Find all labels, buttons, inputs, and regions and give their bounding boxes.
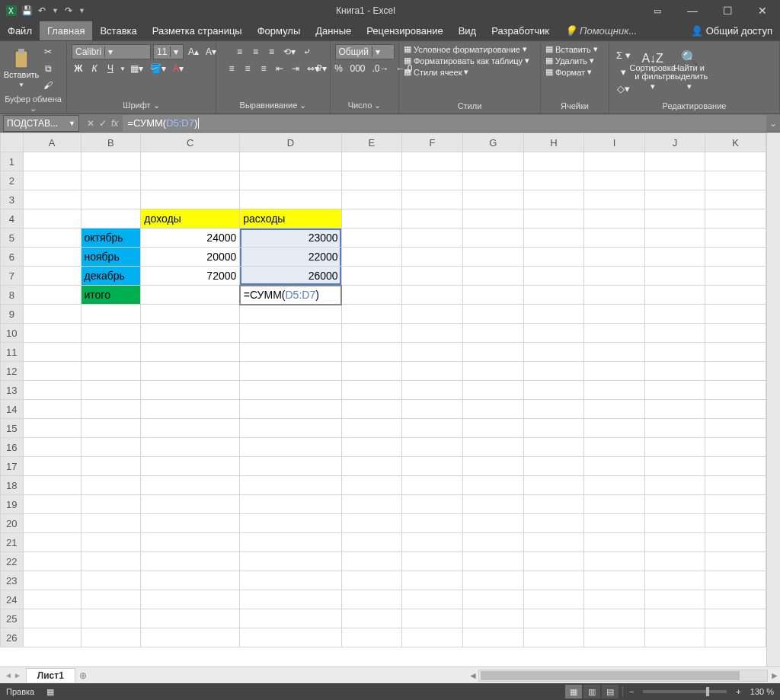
font-color-button[interactable]: A▾: [171, 61, 186, 76]
delete-cells-button[interactable]: ▦Удалить ▾: [545, 56, 594, 66]
cell-B25[interactable]: [81, 609, 141, 628]
cell-A18[interactable]: [23, 476, 81, 495]
font-name-combo[interactable]: Calibri▾: [72, 44, 151, 59]
cell-G3[interactable]: [462, 190, 523, 209]
cell-C15[interactable]: [141, 419, 240, 438]
cell-B8[interactable]: итого: [81, 286, 141, 305]
comma-button[interactable]: 000: [347, 61, 367, 76]
tab-data[interactable]: Данные: [308, 21, 359, 40]
align-top-button[interactable]: ≡: [233, 44, 247, 59]
cell-C13[interactable]: [141, 381, 240, 400]
cell-B14[interactable]: [81, 400, 141, 419]
expand-formula-bar-button[interactable]: ⌄: [766, 118, 780, 129]
cell-A9[interactable]: [23, 305, 81, 324]
cell-C18[interactable]: [141, 476, 240, 495]
format-cells-button[interactable]: ▦Формат ▾: [545, 67, 592, 77]
cell-B1[interactable]: [81, 152, 141, 171]
cell-E3[interactable]: [341, 190, 402, 209]
cell-I6[interactable]: [584, 248, 644, 267]
zoom-level[interactable]: 130 %: [744, 687, 780, 696]
cell-D1[interactable]: [240, 152, 341, 171]
cell-G11[interactable]: [462, 343, 523, 362]
select-all-corner[interactable]: [1, 133, 24, 152]
cell-F3[interactable]: [402, 190, 463, 209]
tab-view[interactable]: Вид: [451, 21, 484, 40]
cell-J1[interactable]: [644, 152, 705, 171]
cell-H11[interactable]: [523, 343, 584, 362]
cell-F12[interactable]: [402, 362, 463, 381]
cell-F18[interactable]: [402, 476, 463, 495]
cell-B23[interactable]: [81, 571, 141, 590]
row-header-11[interactable]: 11: [1, 343, 24, 362]
cell-G19[interactable]: [462, 495, 523, 514]
cell-C20[interactable]: [141, 514, 240, 533]
cell-H21[interactable]: [523, 533, 584, 552]
cell-C8[interactable]: [141, 286, 240, 305]
cell-E15[interactable]: [341, 419, 402, 438]
cell-J3[interactable]: [644, 190, 705, 209]
cell-C19[interactable]: [141, 495, 240, 514]
column-header-E[interactable]: E: [341, 133, 402, 152]
cell-D5[interactable]: 23000: [240, 229, 341, 248]
cell-A19[interactable]: [23, 495, 81, 514]
cell-D20[interactable]: [240, 514, 341, 533]
cell-H3[interactable]: [523, 190, 584, 209]
cell-J21[interactable]: [644, 533, 705, 552]
cell-H15[interactable]: [523, 419, 584, 438]
cell-K2[interactable]: [705, 171, 766, 190]
cell-K14[interactable]: [705, 400, 766, 419]
cell-F5[interactable]: [402, 229, 463, 248]
cell-B13[interactable]: [81, 381, 141, 400]
cell-F11[interactable]: [402, 343, 463, 362]
redo-icon[interactable]: ↷: [63, 5, 74, 16]
cell-B24[interactable]: [81, 590, 141, 609]
cell-J24[interactable]: [644, 590, 705, 609]
autosum-button[interactable]: Σ ▾: [614, 48, 633, 63]
cell-E12[interactable]: [341, 362, 402, 381]
cell-K6[interactable]: [705, 248, 766, 267]
row-header-16[interactable]: 16: [1, 438, 24, 457]
close-button[interactable]: ✕: [745, 0, 780, 21]
bold-button[interactable]: Ж: [72, 61, 85, 76]
cell-H19[interactable]: [523, 495, 584, 514]
cell-J10[interactable]: [644, 324, 705, 343]
cell-G7[interactable]: [462, 267, 523, 286]
increase-indent-button[interactable]: ⇥: [289, 61, 302, 76]
cell-G16[interactable]: [462, 438, 523, 457]
row-header-26[interactable]: 26: [1, 628, 24, 647]
cell-I12[interactable]: [584, 362, 644, 381]
increase-decimal-button[interactable]: .0→: [370, 61, 392, 76]
cell-J11[interactable]: [644, 343, 705, 362]
cell-C26[interactable]: [141, 628, 240, 647]
cell-K4[interactable]: [705, 209, 766, 229]
cell-H17[interactable]: [523, 457, 584, 476]
cell-C10[interactable]: [141, 324, 240, 343]
cell-J22[interactable]: [644, 552, 705, 571]
cancel-edit-button[interactable]: ✕: [87, 118, 94, 129]
cell-C24[interactable]: [141, 590, 240, 609]
cell-J8[interactable]: [644, 286, 705, 305]
align-left-button[interactable]: ≡: [225, 61, 238, 76]
row-header-3[interactable]: 3: [1, 190, 24, 209]
cell-A24[interactable]: [23, 590, 81, 609]
clear-button[interactable]: ◇▾: [614, 82, 633, 97]
cell-E6[interactable]: [341, 248, 402, 267]
cell-D17[interactable]: [240, 457, 341, 476]
cell-K16[interactable]: [705, 438, 766, 457]
cell-H18[interactable]: [523, 476, 584, 495]
zoom-out-button[interactable]: −: [626, 687, 637, 696]
cell-H7[interactable]: [523, 267, 584, 286]
cell-K10[interactable]: [705, 324, 766, 343]
column-header-K[interactable]: K: [705, 133, 766, 152]
cell-B21[interactable]: [81, 533, 141, 552]
cell-F21[interactable]: [402, 533, 463, 552]
cell-K7[interactable]: [705, 267, 766, 286]
cell-I14[interactable]: [584, 400, 644, 419]
cell-I9[interactable]: [584, 305, 644, 324]
cell-F16[interactable]: [402, 438, 463, 457]
column-header-C[interactable]: C: [141, 133, 240, 152]
cell-E19[interactable]: [341, 495, 402, 514]
cell-E22[interactable]: [341, 552, 402, 571]
cell-B22[interactable]: [81, 552, 141, 571]
cell-H22[interactable]: [523, 552, 584, 571]
